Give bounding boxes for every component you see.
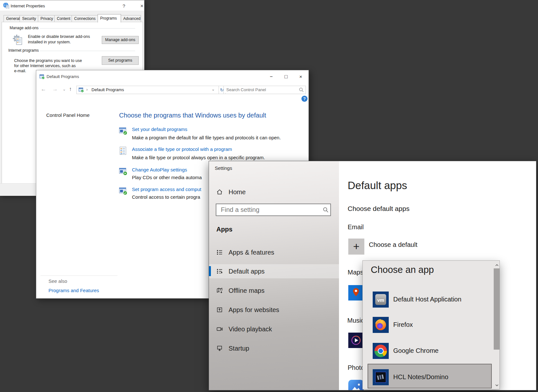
dialog-tab-strip: General Security Privacy Content Connect…: [4, 15, 141, 22]
see-also-label: See also: [48, 278, 67, 284]
app-option-hcl-notes[interactable]: HCL Notes/Domino: [363, 369, 500, 390]
sidebar-item-video-playback[interactable]: Video playback: [209, 322, 339, 336]
scrollbar-thumb[interactable]: [494, 268, 500, 350]
scroll-up-icon[interactable]: [495, 263, 499, 267]
set-default-programs-link[interactable]: Set your default programs: [132, 126, 187, 132]
sidebar-item-label: Home: [229, 188, 246, 196]
settings-sidebar: Settings Home Apps Apps & features: [209, 161, 339, 390]
music-app-icon[interactable]: [348, 333, 364, 348]
firefox-icon: [373, 317, 389, 333]
app-option-label: Default Host Application: [393, 296, 461, 303]
sidebar-item-label: Apps & features: [229, 249, 274, 256]
sidebar-item-offline-maps[interactable]: Offline maps: [209, 283, 339, 298]
sidebar-item-apps-for-websites[interactable]: Apps for websites: [209, 303, 339, 317]
tab-privacy[interactable]: Privacy: [38, 15, 55, 22]
home-icon: [216, 189, 223, 195]
svg-text:vm: vm: [377, 297, 384, 303]
recent-pages-chevron-icon[interactable]: ⌄: [63, 85, 66, 93]
page-subtitle: Choose default apps: [348, 205, 410, 213]
maximize-icon[interactable]: □: [281, 73, 291, 80]
tab-advanced[interactable]: Advanced: [121, 15, 141, 22]
scroll-down-icon[interactable]: [495, 383, 499, 387]
app-option-label: Firefox: [393, 321, 413, 328]
sidebar-item-startup[interactable]: Startup: [209, 341, 339, 355]
choose-default-email-button[interactable]: +: [348, 239, 364, 255]
page-heading: Choose the programs that Windows uses by…: [119, 112, 266, 119]
set-program-access-icon: [119, 187, 127, 195]
default-programs-icon: [39, 74, 45, 79]
tab-programs[interactable]: Programs: [98, 14, 121, 22]
sidebar-item-label: Video playback: [229, 326, 272, 333]
internet-explorer-icon: [3, 2, 9, 9]
hcl-notes-domino-icon: [373, 369, 389, 385]
photos-app-icon[interactable]: [348, 380, 364, 390]
sidebar-item-label: Apps for websites: [229, 306, 279, 314]
control-panel-search[interactable]: [223, 86, 306, 94]
email-category-label: Email: [348, 223, 364, 231]
breadcrumb[interactable]: Default Programs: [91, 87, 124, 92]
app-option-default-host[interactable]: vm Default Host Application: [363, 292, 500, 313]
back-icon[interactable]: ←: [41, 85, 46, 93]
tab-general[interactable]: General: [4, 15, 20, 22]
programs-and-features-link[interactable]: Programs and Features: [48, 288, 99, 293]
sidebar-item-home[interactable]: Home: [209, 185, 339, 199]
manage-addons-icon: [12, 34, 24, 46]
maps-app-icon[interactable]: [348, 285, 364, 301]
find-setting-input[interactable]: [216, 204, 324, 215]
manage-addons-group-label: Manage add-ons: [9, 26, 39, 30]
sidebar-section-apps: Apps: [216, 226, 232, 233]
plus-icon: +: [353, 240, 360, 252]
search-icon: [323, 207, 329, 213]
manage-addons-button[interactable]: Manage add-ons: [102, 36, 139, 44]
manage-addons-desc-line2: installed in your system.: [28, 39, 71, 45]
page-title: Default apps: [348, 179, 407, 192]
set-programs-button[interactable]: Set programs: [102, 56, 139, 65]
apps-for-websites-icon: [216, 307, 223, 313]
internet-programs-group-label: Internet programs: [7, 48, 40, 53]
choose-default-label: Choose a default: [369, 241, 417, 248]
dialog-title: Internet Properties: [11, 4, 45, 8]
address-bar[interactable]: › Default Programs ⌄: [76, 86, 219, 94]
associate-file-type-link[interactable]: Associate a file type or protocol with a…: [132, 146, 232, 152]
internet-programs-desc-line1: Choose the programs you want to use: [14, 58, 82, 64]
default-programs-titlebar[interactable]: Default Programs − □ ×: [36, 70, 308, 83]
internet-programs-desc-line2: for other Internet services, such as: [14, 63, 76, 69]
video-playback-icon: [216, 326, 223, 332]
set-program-access-link[interactable]: Set program access and comput: [132, 187, 201, 192]
choose-an-app-popup: Choose an app vm Default Host Applicatio…: [362, 260, 500, 389]
address-dropdown-chevron-icon[interactable]: ⌄: [212, 87, 215, 91]
search-input[interactable]: [224, 86, 300, 93]
window-title: Default Programs: [47, 74, 79, 79]
sidebar-item-default-apps[interactable]: Default apps: [209, 264, 339, 278]
manage-addons-desc-line1: Enable or disable browser add-ons: [28, 34, 90, 39]
internet-programs-desc-line3: e-mail.: [14, 68, 26, 74]
close-icon[interactable]: ×: [295, 73, 306, 80]
offline-maps-icon: [216, 287, 223, 294]
app-option-google-chrome[interactable]: Google Chrome: [363, 343, 500, 364]
close-icon[interactable]: ×: [138, 3, 146, 9]
internet-properties-titlebar[interactable]: Internet Properties ? ×: [0, 0, 144, 11]
app-option-label: HCL Notes/Domino: [393, 373, 448, 381]
popup-scrollbar[interactable]: [494, 261, 500, 389]
find-setting-search[interactable]: [216, 204, 331, 216]
maps-category-label: Maps: [348, 269, 363, 276]
help-button[interactable]: ?: [120, 3, 128, 9]
tab-security[interactable]: Security: [20, 15, 38, 22]
set-program-access-desc: Control access to certain progra: [132, 194, 200, 200]
forward-icon[interactable]: →: [52, 85, 58, 93]
app-option-firefox[interactable]: Firefox: [363, 317, 500, 338]
help-icon[interactable]: ?: [301, 96, 308, 102]
sidebar-item-label: Default apps: [229, 268, 265, 275]
see-also-divider: [40, 275, 117, 276]
change-autoplay-link[interactable]: Change AutoPlay settings: [132, 167, 187, 172]
photo-category-label: Photo: [348, 364, 364, 371]
default-host-application-icon: vm: [373, 292, 389, 308]
control-panel-home-link[interactable]: Control Panel Home: [46, 112, 90, 118]
sidebar-item-apps-features[interactable]: Apps & features: [209, 245, 339, 259]
tab-content[interactable]: Content: [54, 15, 72, 22]
minimize-icon[interactable]: −: [266, 73, 277, 80]
up-icon[interactable]: ↑: [69, 85, 72, 93]
tab-connections[interactable]: Connections: [72, 15, 98, 22]
default-apps-icon: [216, 268, 223, 274]
startup-icon: [216, 345, 223, 352]
